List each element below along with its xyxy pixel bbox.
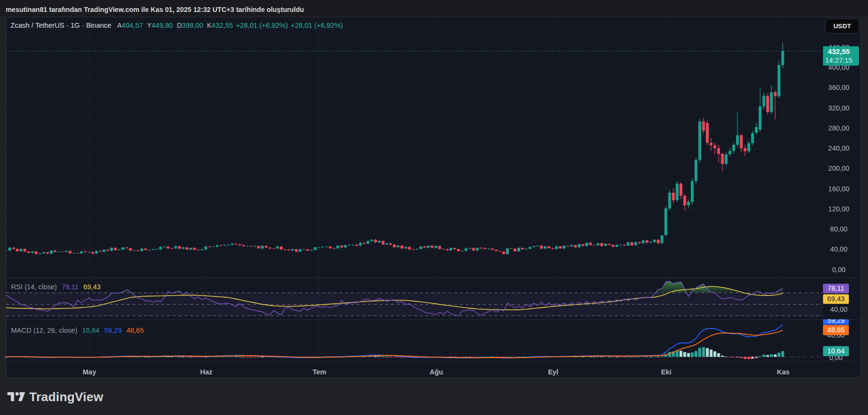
- svg-text:48,65: 48,65: [827, 326, 845, 334]
- svg-text:280,00: 280,00: [828, 124, 849, 132]
- svg-text:Haz: Haz: [200, 368, 212, 376]
- svg-text:80,00: 80,00: [830, 225, 847, 233]
- svg-text:120,00: 120,00: [828, 205, 849, 213]
- svg-text:240,00: 240,00: [828, 144, 849, 152]
- svg-text:432,55: 432,55: [828, 47, 850, 55]
- svg-text:RSI (14, close)78,1169,43: RSI (14, close)78,1169,43: [11, 283, 100, 291]
- svg-text:May: May: [83, 368, 96, 376]
- svg-text:160,00: 160,00: [828, 185, 849, 193]
- svg-text:Tem: Tem: [312, 368, 326, 376]
- svg-text:Ağu: Ağu: [430, 368, 443, 376]
- svg-text:14:27:15: 14:27:15: [825, 56, 852, 64]
- svg-text:320,00: 320,00: [828, 104, 849, 112]
- svg-text:10,64: 10,64: [827, 347, 845, 355]
- svg-text:200,00: 200,00: [828, 164, 849, 172]
- svg-text:40,00: 40,00: [830, 245, 847, 253]
- svg-text:Zcash / TetherUS · 1G · Binanc: Zcash / TetherUS · 1G · BinanceA404,57Y4…: [11, 22, 343, 29]
- svg-text:78,11: 78,11: [827, 284, 844, 292]
- svg-text:Eki: Eki: [661, 368, 672, 376]
- svg-text:360,00: 360,00: [828, 84, 849, 91]
- svg-text:Kas: Kas: [777, 368, 790, 376]
- svg-text:mesutinan81 tarafından Trading: mesutinan81 tarafından TradingView.com i…: [6, 6, 304, 13]
- svg-text:69,43: 69,43: [827, 295, 845, 303]
- svg-text:Eyl: Eyl: [548, 368, 558, 376]
- svg-text:0,00: 0,00: [832, 266, 846, 273]
- svg-text:TradingView: TradingView: [29, 390, 103, 404]
- svg-text:USDT: USDT: [834, 22, 852, 30]
- svg-text:40,00: 40,00: [830, 306, 847, 313]
